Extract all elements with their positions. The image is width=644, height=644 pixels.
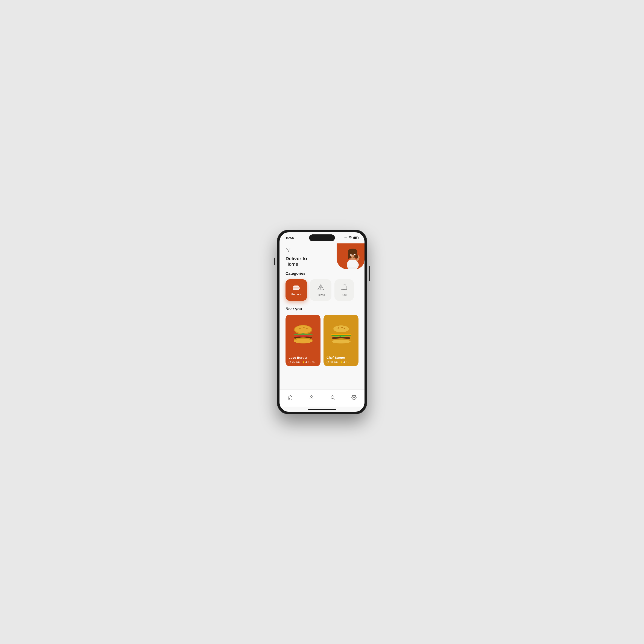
clock-icon-2	[327, 361, 329, 363]
svg-point-46	[353, 397, 355, 398]
svg-point-32	[333, 325, 349, 332]
love-burger-tag: no	[312, 361, 314, 364]
svg-point-1	[345, 238, 346, 238]
chef-burger-name: Chef Burger	[327, 356, 355, 359]
chef-burger-time: 30 min	[330, 361, 338, 364]
categories-title: Categories	[286, 271, 358, 276]
near-you-title: Near you	[286, 307, 358, 311]
love-burger-meta: 25 min - ★ 4.9 - no	[289, 361, 317, 364]
svg-rect-12	[293, 286, 299, 287]
chef-burger-rating: 4.6	[343, 361, 347, 364]
settings-nav-icon	[351, 395, 357, 400]
home-indicator	[279, 407, 365, 412]
svg-rect-18	[342, 286, 346, 289]
svg-point-39	[332, 340, 351, 343]
chef-burger-meta: 30 min - ★ 4.6 -	[327, 361, 355, 364]
svg-point-16	[321, 286, 322, 287]
main-content: Categories Burgers	[279, 271, 365, 389]
status-bar: 15:56	[279, 232, 365, 243]
categories-row: Burgers Pizzas	[286, 279, 358, 301]
svg-rect-13	[293, 287, 300, 288]
svg-point-22	[295, 325, 311, 333]
burgers-label: Burgers	[291, 293, 301, 296]
soup-category-icon	[340, 284, 348, 292]
soups-label: Sou	[342, 293, 346, 296]
search-nav-icon	[330, 395, 335, 400]
burger-category-icon	[292, 284, 300, 291]
header-area: Deliver to Home	[279, 243, 365, 271]
svg-point-0	[344, 238, 345, 238]
restaurant-card-love-burger[interactable]: Love Burger 25 min - ★ 4.9	[286, 315, 320, 366]
svg-point-43	[311, 396, 312, 397]
svg-rect-15	[293, 289, 299, 290]
svg-point-2	[346, 238, 347, 238]
dynamic-island	[309, 234, 335, 241]
love-burger-name: Love Burger	[289, 356, 317, 359]
chef-burger-info: Chef Burger 30 min - ★ 4.6	[324, 353, 358, 366]
chef-burger-image	[327, 323, 355, 345]
svg-point-7	[348, 249, 357, 255]
chef-burger-image-area	[324, 315, 358, 353]
profile-nav-icon	[309, 395, 314, 400]
svg-line-30	[290, 362, 290, 363]
love-burger-time: 25 min	[292, 361, 300, 364]
user-photo-bg	[337, 243, 365, 269]
category-burgers[interactable]: Burgers	[286, 279, 307, 301]
love-burger-rating: 4.9	[305, 361, 309, 364]
bottom-nav	[279, 389, 365, 407]
categories-section: Categories Burgers	[286, 271, 358, 301]
pizza-category-icon	[317, 284, 325, 292]
clock-icon	[289, 361, 291, 363]
svg-point-17	[320, 288, 320, 289]
svg-point-34	[341, 327, 343, 328]
phone-screen: 15:56	[279, 232, 365, 412]
nav-profile[interactable]	[305, 393, 317, 402]
nav-search[interactable]	[327, 393, 339, 402]
category-soups[interactable]: Sou	[334, 279, 354, 301]
pizzas-label: Pizzas	[317, 293, 325, 296]
love-burger-image	[289, 323, 317, 345]
nav-home[interactable]	[284, 393, 296, 402]
love-burger-info: Love Burger 25 min - ★ 4.9	[286, 353, 320, 366]
home-bar	[308, 409, 336, 410]
svg-point-10	[351, 255, 351, 256]
svg-rect-4	[348, 260, 357, 267]
phone-frame: 15:56	[277, 230, 367, 414]
svg-line-45	[334, 398, 335, 399]
home-nav-icon	[288, 395, 293, 400]
status-icons	[344, 236, 358, 239]
user-avatar	[343, 246, 362, 269]
nav-settings[interactable]	[348, 393, 360, 402]
restaurant-card-chef-burger[interactable]: Chef Burger 30 min - ★ 4.6	[324, 315, 358, 366]
svg-point-27	[294, 339, 313, 343]
svg-point-11	[354, 255, 355, 256]
wifi-icon	[348, 236, 352, 239]
battery-icon	[353, 237, 358, 239]
svg-rect-14	[293, 288, 300, 289]
category-pizzas[interactable]: Pizzas	[310, 279, 331, 301]
near-you-section: Near you	[286, 307, 358, 366]
restaurants-row: Love Burger 25 min - ★ 4.9	[286, 315, 358, 366]
love-burger-image-area	[286, 315, 320, 353]
status-time: 15:56	[286, 236, 294, 240]
funnel-icon	[286, 247, 291, 252]
svg-line-42	[328, 362, 328, 363]
signal-dots-icon	[344, 237, 347, 239]
